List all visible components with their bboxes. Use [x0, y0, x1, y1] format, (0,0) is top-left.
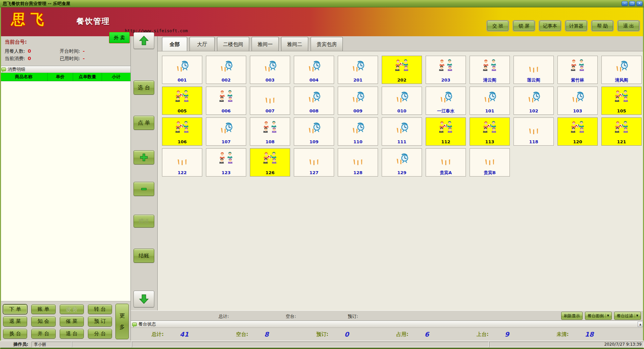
header-button[interactable]: 交 班 — [487, 21, 508, 31]
table-cell[interactable]: 一江春水 — [426, 87, 466, 115]
table-cell[interactable]: 123 — [206, 148, 246, 177]
more-button[interactable]: 更多 — [115, 304, 129, 339]
zone-tab[interactable]: 大厅 — [190, 37, 215, 51]
table-cell[interactable]: 001 — [162, 56, 202, 84]
takeout-button[interactable]: 外 卖 — [109, 32, 130, 43]
table-cell[interactable]: 006 — [206, 87, 246, 115]
action-button[interactable]: 预 订 — [88, 316, 112, 326]
arrow-down-icon — [138, 293, 150, 305]
table-cell[interactable]: 105 — [601, 87, 642, 115]
table-cell[interactable]: 102 — [514, 87, 554, 115]
table-cell[interactable]: 清云阁 — [470, 56, 510, 84]
table-cell[interactable]: 清风阁 — [601, 56, 642, 84]
table-cell[interactable]: 010 — [382, 87, 422, 115]
order-items-list[interactable] — [0, 81, 130, 301]
table-cell[interactable]: 112 — [426, 117, 466, 146]
header-button[interactable]: 计算器 — [566, 21, 587, 31]
table-label: 009 — [353, 108, 362, 113]
table-cell[interactable]: 129 — [382, 148, 422, 177]
action-button[interactable]: 退 菜 — [3, 316, 27, 326]
action-button[interactable]: 下 单 — [3, 304, 27, 314]
table-cell[interactable]: 004 — [294, 56, 334, 84]
table-status-header: 餐台状态 ▲ — [131, 320, 644, 328]
action-button[interactable]: 知 会 — [31, 316, 55, 326]
action-button[interactable]: 改 价 — [60, 304, 84, 314]
unsettled-table-icon — [350, 89, 366, 103]
scroll-up-button[interactable] — [133, 32, 154, 49]
checkout-button[interactable]: 结账 — [133, 249, 154, 263]
minimize-icon[interactable]: ─ — [622, 1, 628, 6]
header-button[interactable]: 记事本 — [539, 21, 561, 31]
table-cell[interactable]: 103 — [557, 87, 598, 115]
table-cell[interactable]: 紫竹林 — [557, 56, 598, 84]
table-cell[interactable]: 莲云阁 — [514, 56, 554, 84]
diners-label: 用餐人数: — [5, 48, 25, 54]
table-status-stats: 总计: 41 空台: 8 预订: 0 占用: 6 上台: 9 未清: 18 — [131, 328, 644, 341]
table-cell[interactable]: 110 — [338, 117, 378, 146]
table-cell[interactable]: 121 — [601, 117, 642, 146]
table-label: 101 — [485, 108, 494, 113]
action-button[interactable]: 账 单 — [31, 304, 55, 314]
table-label: 109 — [309, 139, 318, 144]
zone-tab[interactable]: 贵宾包房 — [311, 37, 343, 51]
empty-table-icon — [438, 151, 453, 165]
stat-label: 上台: — [477, 331, 489, 338]
maximize-icon[interactable]: ❐ — [629, 1, 635, 6]
table-cell[interactable]: 101 — [470, 87, 510, 115]
table-cell[interactable]: 106 — [162, 117, 202, 146]
scroll-down-button[interactable] — [133, 291, 154, 307]
header-button[interactable]: 帮 助 — [592, 21, 613, 31]
table-cell[interactable]: 203 — [426, 56, 466, 84]
zone-tab[interactable]: 二楼包间 — [217, 37, 249, 51]
table-cell[interactable]: 贵宾A — [426, 148, 466, 177]
action-button[interactable]: 换 台 — [3, 329, 27, 339]
action-button[interactable]: 分 台 — [88, 329, 112, 339]
table-cell[interactable]: 120 — [557, 117, 598, 146]
zone-tab[interactable]: 全部 — [162, 37, 187, 51]
table-cell[interactable]: 128 — [338, 148, 378, 177]
summary-free-label: 空台: — [286, 313, 296, 319]
table-cell[interactable]: 122 — [162, 148, 202, 177]
action-button[interactable]: 退 台 — [60, 329, 84, 339]
table-cell[interactable]: 111 — [382, 117, 422, 146]
close-icon[interactable]: ✕ — [636, 1, 643, 6]
increase-button[interactable] — [133, 150, 154, 164]
gift-button[interactable]: 赠送 — [133, 215, 154, 228]
table-cell[interactable]: 贵宾B — [470, 148, 510, 177]
occupied-table-icon — [262, 120, 278, 134]
table-cell[interactable]: 003 — [250, 56, 290, 84]
table-cell[interactable]: 107 — [206, 117, 246, 146]
table-cell[interactable]: 118 — [514, 117, 554, 146]
footer-button[interactable]: 餐台图例 ▼ — [585, 312, 612, 320]
footer-button[interactable]: 刷新显示 — [561, 312, 583, 320]
table-cell[interactable]: 126 — [250, 148, 290, 177]
table-cell[interactable]: 201 — [338, 56, 378, 84]
action-button[interactable]: 并 台 — [31, 329, 55, 339]
action-button[interactable]: 转 台 — [88, 304, 112, 314]
table-cell[interactable]: 008 — [294, 87, 334, 115]
table-cell[interactable]: 005 — [162, 87, 202, 115]
table-cell[interactable]: 009 — [338, 87, 378, 115]
stat-value: 18 — [585, 331, 594, 338]
decrease-button[interactable] — [133, 182, 154, 196]
table-cell[interactable]: 202 — [382, 56, 422, 84]
table-cell[interactable]: 108 — [250, 117, 290, 146]
footer-summary-strip: 总计: 空台: 预订: 刷新显示 餐台图例 ▼ 餐台过滤 ▼ — [131, 310, 644, 320]
unsettled-table-icon — [394, 89, 410, 103]
select-table-button[interactable]: 选 台 — [133, 81, 154, 95]
header-button[interactable]: 退 出 — [618, 21, 639, 31]
table-cell[interactable]: 109 — [294, 117, 334, 146]
table-cell[interactable]: 113 — [470, 117, 510, 146]
action-button[interactable]: 催 菜 — [60, 316, 84, 326]
order-button[interactable]: 点 单 — [133, 116, 154, 130]
zone-tab[interactable]: 雅间二 — [281, 37, 308, 51]
table-cell[interactable]: 127 — [294, 148, 334, 177]
table-cell[interactable]: 007 — [250, 87, 290, 115]
footer-button[interactable]: 餐台过滤 ▼ — [614, 312, 641, 320]
zone-tab[interactable]: 雅间一 — [252, 37, 279, 51]
table-cell[interactable]: 002 — [206, 56, 246, 84]
header-button[interactable]: 锁 屏 — [513, 21, 535, 31]
diners-value: 0 — [27, 48, 31, 54]
table-label: 莲云阁 — [527, 78, 540, 83]
collapse-panel-button[interactable]: ▲ — [638, 321, 643, 327]
